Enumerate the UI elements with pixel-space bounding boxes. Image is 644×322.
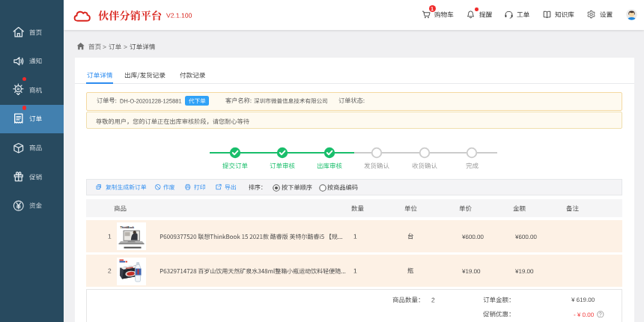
svg-text:ThinkBook: ThinkBook <box>121 226 135 229</box>
